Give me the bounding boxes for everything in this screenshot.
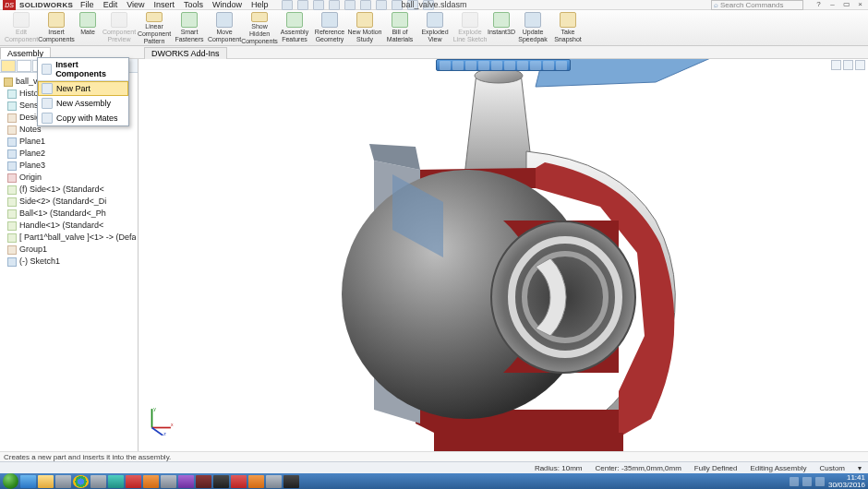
menu-tools[interactable]: Tools	[184, 0, 203, 9]
tree-item[interactable]: Side<2> (Standard<_Di	[2, 196, 136, 208]
view-settings-icon[interactable]	[556, 61, 567, 70]
taskbar-app2-icon[interactable]	[90, 475, 106, 488]
menu-window[interactable]: Window	[212, 0, 242, 9]
part-icon	[7, 197, 17, 207]
taskbar-explorer-icon[interactable]	[38, 475, 54, 488]
ribbon-icon	[427, 12, 443, 28]
ribbon-label: Assembly Features	[277, 29, 312, 43]
ribbon-tab-row: Assembly DWORKS Add-Ins	[0, 46, 868, 59]
tree-item[interactable]: Plane1	[2, 136, 136, 148]
tree-item[interactable]: Handle<1> (Standard<	[2, 220, 136, 232]
ribbon-move-component[interactable]: Move Component	[207, 12, 242, 45]
taskbar-app5-icon[interactable]	[143, 475, 159, 488]
qat-print-icon[interactable]	[329, 0, 340, 10]
taskbar-app9-icon[interactable]	[266, 475, 282, 488]
taskbar-app10-icon[interactable]	[283, 475, 299, 488]
taskbar-app6-icon[interactable]	[161, 475, 176, 488]
ribbon-bill-of-materials[interactable]: Bill of Materials	[382, 12, 417, 45]
fm-tab-property-icon[interactable]	[17, 60, 31, 72]
qat-open-icon[interactable]	[297, 0, 308, 10]
tray-volume-icon[interactable]	[815, 477, 825, 486]
dropdown-item-new-assembly[interactable]: New Assembly	[38, 96, 128, 111]
edit-appearance-icon[interactable]	[530, 61, 541, 70]
tree-item[interactable]: Origin	[2, 172, 136, 184]
ribbon-take-snapshot[interactable]: Take Snapshot	[550, 12, 585, 45]
tree-item[interactable]: Group1	[2, 244, 136, 256]
display-style-icon[interactable]	[504, 61, 515, 70]
sensors-icon	[7, 89, 17, 99]
taskbar-app4-icon[interactable]	[126, 475, 141, 488]
ribbon-update-speedpak[interactable]: Update Speedpak	[515, 12, 550, 45]
view-orientation-icon[interactable]	[491, 61, 502, 70]
hide-show-icon[interactable]	[517, 61, 528, 70]
zoom-area-icon[interactable]	[452, 61, 464, 70]
taskbar-chrome-icon[interactable]	[73, 475, 89, 488]
tray-flag-icon[interactable]	[790, 477, 799, 486]
tab-addins[interactable]: DWORKS Add-Ins	[144, 47, 227, 59]
tray-network-icon[interactable]	[802, 477, 812, 486]
menu-view[interactable]: View	[127, 0, 144, 9]
part-icon	[7, 221, 17, 231]
fm-tab-tree-icon[interactable]	[1, 60, 16, 72]
ribbon-linear-component-pattern[interactable]: Linear Component Pattern	[137, 12, 172, 45]
minimize-button[interactable]: –	[827, 0, 838, 8]
status-unit: Custom	[816, 464, 848, 472]
orientation-triad[interactable]: y x z	[144, 404, 175, 435]
tree-item[interactable]: Ball<1> (Standard<_Ph	[2, 208, 136, 220]
taskbar-sw-icon[interactable]	[196, 475, 211, 488]
menu-insert[interactable]: Insert	[154, 0, 175, 9]
qat-select-icon[interactable]	[376, 0, 387, 10]
restore-button[interactable]: ▭	[841, 0, 851, 8]
ribbon-label: Instant3D	[488, 29, 515, 36]
ribbon-icon	[251, 12, 268, 22]
qat-redo-icon[interactable]	[360, 0, 371, 10]
ribbon-label: Explode Line Sketch	[452, 29, 488, 43]
ribbon-mate[interactable]: Mate	[74, 12, 102, 45]
ribbon-instant3d[interactable]: Instant3D	[488, 12, 515, 45]
tree-item[interactable]: (-) Sketch1	[2, 256, 136, 268]
status-dropdown-icon[interactable]: ▾	[855, 464, 864, 472]
search-icon: ⌕	[714, 1, 718, 9]
qat-save-icon[interactable]	[313, 0, 324, 10]
zoom-fit-icon[interactable]	[440, 61, 451, 70]
ribbon-exploded-view[interactable]: Exploded View	[417, 12, 452, 45]
ribbon-new-motion-study[interactable]: New Motion Study	[347, 12, 382, 45]
tree-item[interactable]: [ Part1^ball_valve ]<1> -> (Default	[2, 232, 136, 244]
svg-text:x: x	[171, 422, 174, 427]
graphics-viewport[interactable]: y x z	[139, 59, 868, 456]
ribbon-reference-geometry[interactable]: Reference Geometry	[312, 12, 347, 45]
taskbar-onenote-icon[interactable]	[178, 475, 194, 488]
taskbar-app1-icon[interactable]	[55, 475, 71, 488]
ribbon-assembly-features[interactable]: Assembly Features	[277, 12, 312, 45]
ribbon-show-hidden-components[interactable]: Show Hidden Components	[242, 12, 277, 45]
ribbon-icon	[392, 12, 408, 28]
close-button[interactable]: ×	[855, 0, 865, 8]
taskbar-app3-icon[interactable]	[108, 475, 124, 488]
taskbar-clock[interactable]: 11:41 30/03/2016	[828, 474, 865, 489]
svg-text:z: z	[163, 431, 166, 435]
dropdown-item-copy-with-mates[interactable]: Copy with Mates	[38, 111, 128, 125]
search-commands-input[interactable]: ⌕ Search Commands	[711, 0, 803, 10]
dropdown-item-new-part[interactable]: New Part	[38, 81, 128, 96]
taskbar-app8-icon[interactable]	[231, 475, 247, 488]
taskbar-ie-icon[interactable]	[20, 475, 36, 488]
menu-file[interactable]: File	[80, 0, 94, 9]
help-icon[interactable]: ?	[814, 0, 824, 8]
section-view-icon[interactable]	[478, 61, 489, 70]
apply-scene-icon[interactable]	[543, 61, 554, 70]
previous-view-icon[interactable]	[465, 61, 476, 70]
ribbon-insert-components[interactable]: Insert Components	[39, 12, 74, 45]
assembly-icon	[4, 78, 13, 87]
qat-undo-icon[interactable]	[344, 0, 356, 10]
ribbon-label: Exploded View	[417, 29, 452, 43]
qat-new-icon[interactable]	[282, 0, 293, 10]
start-button[interactable]	[3, 473, 18, 489]
taskbar-ps-icon[interactable]	[248, 475, 264, 488]
menu-edit[interactable]: Edit	[103, 0, 118, 9]
ribbon-smart-fasteners[interactable]: Smart Fasteners	[172, 12, 207, 45]
tree-item[interactable]: Plane3	[2, 160, 136, 172]
tree-item[interactable]: (f) Side<1> (Standard<	[2, 184, 136, 196]
tree-item[interactable]: Plane2	[2, 148, 136, 160]
taskbar-app7-icon[interactable]	[213, 475, 229, 488]
menu-help[interactable]: Help	[251, 0, 269, 9]
